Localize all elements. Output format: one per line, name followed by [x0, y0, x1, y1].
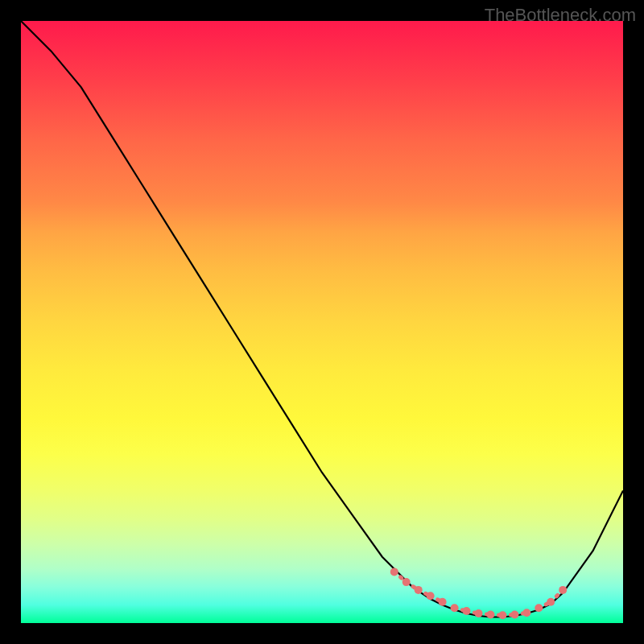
curve-dot	[498, 611, 506, 619]
curve-dot	[415, 586, 423, 594]
curve-dot	[547, 598, 555, 606]
curve-dotted-markers	[390, 568, 567, 619]
curve-line	[21, 21, 623, 617]
curve-dot	[390, 568, 398, 576]
curve-dot	[559, 586, 567, 594]
curve-dot	[439, 598, 447, 606]
curve-dot	[475, 609, 483, 617]
curve-dot	[427, 592, 435, 600]
chart-svg	[21, 21, 623, 623]
curve-dot	[463, 607, 471, 615]
curve-dot	[510, 611, 518, 619]
watermark-text: TheBottleneck.com	[485, 5, 636, 26]
chart-plot-area	[21, 21, 623, 623]
curve-dot	[522, 609, 530, 617]
curve-dot	[486, 611, 494, 619]
curve-dot	[535, 604, 543, 612]
curve-dot	[402, 578, 411, 586]
curve-dot	[451, 604, 459, 612]
